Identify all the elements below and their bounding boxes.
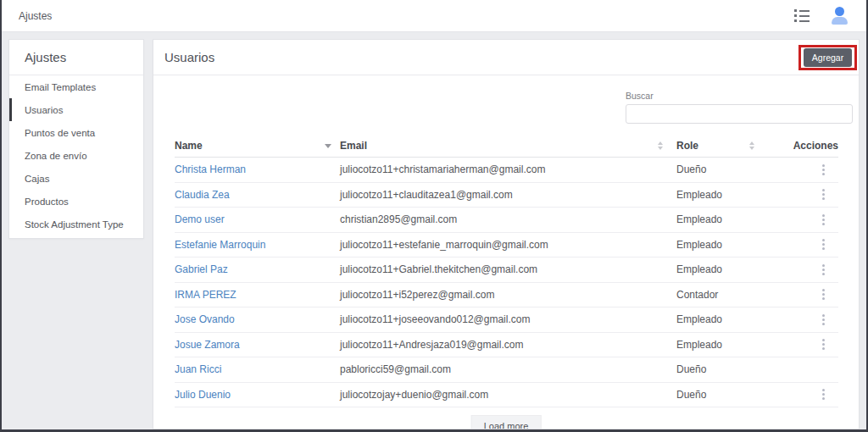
sidebar-item[interactable]: Puntos de venta: [9, 121, 143, 144]
user-email: juliocotzo11+joseeovando012@gmail.com: [340, 313, 659, 325]
sidebar-item-label: Zona de envío: [25, 151, 87, 161]
user-email: juliocotzo11+estefanie_marroquin@gmail.c…: [340, 239, 659, 251]
sidebar-item[interactable]: Stock Adjustment Type: [9, 213, 143, 235]
user-name-link[interactable]: Christa Herman: [175, 163, 340, 175]
table-row: Gabriel Paz juliocotzo11+Gabriel.thekitc…: [175, 258, 838, 283]
users-panel: Usuarios Agregar Buscar Name Email Role: [153, 39, 860, 429]
table-row: Demo user christian2895@gmail.com Emplea…: [175, 208, 838, 233]
page-title: Usuarios: [164, 50, 214, 64]
row-actions-kebab-icon[interactable]: [821, 213, 826, 227]
row-actions-cell: [751, 337, 838, 352]
user-role: Empleado: [659, 339, 751, 351]
search-label: Buscar: [626, 91, 853, 101]
table-row: Jose Ovando juliocotzo11+joseeovando012@…: [175, 307, 838, 333]
table-row: Josue Zamora juliocotzo11+Andresjaza019@…: [175, 333, 838, 358]
user-name-link[interactable]: IRMA PEREZ: [175, 289, 340, 301]
row-actions-kebab-icon[interactable]: [821, 313, 826, 327]
red-annotation-box: Agregar: [798, 45, 857, 70]
row-actions-kebab-icon[interactable]: [821, 187, 826, 202]
column-header-name[interactable]: Name: [175, 140, 340, 152]
sort-desc-icon[interactable]: [325, 144, 331, 148]
table-row: Juan Ricci pabloricci59@gmail.com Dueño: [175, 357, 838, 383]
table-header-row: Name Email Role Acciones: [175, 135, 838, 158]
row-actions-kebab-icon[interactable]: [821, 287, 826, 302]
table-row: Christa Herman juliocotzo11+christamaria…: [175, 158, 838, 183]
add-user-button[interactable]: Agregar: [804, 48, 852, 67]
user-role: Dueño: [659, 163, 751, 175]
user-role: Empleado: [659, 239, 751, 251]
user-name-link[interactable]: Gabriel Paz: [175, 263, 340, 275]
column-header-role[interactable]: Role: [659, 140, 751, 152]
table-body: Christa Herman juliocotzo11+christamaria…: [175, 158, 838, 407]
row-actions-cell: [751, 363, 838, 377]
user-email: juliocotzo11+Gabriel.thekitchen@gmail.co…: [340, 263, 659, 275]
panel-header: Usuarios Agregar: [153, 40, 859, 75]
user-avatar-icon[interactable]: [832, 7, 848, 25]
topbar: Ajustes: [2, 0, 866, 32]
user-email: juliocotzo11+christamariaherman@gmail.co…: [340, 163, 659, 175]
load-more-button[interactable]: Load more: [471, 415, 542, 429]
sidebar-item-label: Cajas: [25, 174, 49, 184]
sidebar-item[interactable]: Email Templates: [9, 75, 143, 98]
user-role: Empleado: [659, 213, 751, 225]
user-email: juliocotzojay+duenio@gmail.com: [340, 389, 659, 401]
sidebar-item-label: Puntos de venta: [25, 128, 95, 138]
user-role: Contador: [659, 289, 751, 301]
settings-sidebar: Ajustes Email Templates Usuarios Puntos …: [8, 39, 144, 239]
sidebar-item-label: Productos: [25, 197, 69, 207]
user-name-link[interactable]: Claudia Zea: [175, 189, 340, 201]
user-name-link[interactable]: Juan Ricci: [175, 363, 340, 375]
sidebar-items: Email Templates Usuarios Puntos de venta…: [9, 75, 143, 235]
row-actions-cell: [751, 387, 838, 402]
app-window: Ajustes Ajustes Email Templates Usuarios: [0, 0, 868, 432]
sidebar-item-label: Stock Adjustment Type: [25, 219, 124, 230]
list-menu-icon[interactable]: [794, 9, 810, 22]
sidebar-item-label: Usuarios: [25, 105, 63, 115]
user-name-link[interactable]: Jose Ovando: [175, 313, 340, 325]
topbar-icons: [794, 7, 848, 25]
row-actions-cell: [751, 287, 838, 302]
user-role: Empleado: [659, 263, 751, 275]
row-actions-kebab-icon[interactable]: [821, 387, 826, 402]
sidebar-heading: Ajustes: [9, 40, 143, 75]
table-row: Estefanie Marroquin juliocotzo11+estefan…: [175, 233, 838, 258]
user-name-link[interactable]: Josue Zamora: [175, 339, 340, 351]
row-actions-cell: [751, 213, 838, 227]
user-role: Dueño: [659, 389, 751, 401]
column-header-actions: Acciones: [751, 140, 838, 152]
user-email: pabloricci59@gmail.com: [340, 363, 659, 375]
user-name-link[interactable]: Estefanie Marroquin: [175, 239, 340, 251]
sidebar-item[interactable]: Productos: [9, 190, 143, 213]
row-actions-kebab-icon[interactable]: [821, 337, 826, 352]
topbar-title: Ajustes: [19, 10, 52, 22]
user-email: juliocotzo11+i52perez@gmail.com: [340, 289, 659, 301]
sidebar-item[interactable]: Zona de envío: [9, 144, 143, 167]
users-table: Name Email Role Acciones: [175, 135, 838, 407]
user-email: juliocotzo11+clauditazea1@gmail.com: [340, 189, 659, 201]
search-block: Buscar: [626, 91, 853, 124]
row-actions-cell: [751, 313, 838, 327]
row-actions-cell: [751, 263, 838, 277]
sidebar-item-label: Email Templates: [25, 82, 96, 92]
user-role: Empleado: [659, 189, 751, 201]
user-name-link[interactable]: Demo user: [175, 213, 340, 225]
row-actions-cell: [751, 187, 838, 202]
table-row: Claudia Zea juliocotzo11+clauditazea1@gm…: [175, 183, 838, 208]
row-actions-kebab-icon[interactable]: [821, 237, 826, 252]
user-role: Dueño: [659, 363, 751, 375]
row-actions-kebab-icon[interactable]: [821, 263, 826, 277]
user-email: juliocotzo11+Andresjaza019@gmail.com: [340, 339, 659, 351]
row-actions-cell: [751, 237, 838, 252]
sidebar-item[interactable]: Usuarios: [9, 98, 143, 121]
user-role: Empleado: [659, 313, 751, 325]
search-input[interactable]: [626, 104, 853, 124]
row-actions-cell: [751, 163, 838, 177]
user-name-link[interactable]: Julio Duenio: [175, 389, 340, 401]
table-row: IRMA PEREZ juliocotzo11+i52perez@gmail.c…: [175, 283, 838, 308]
row-actions-kebab-icon[interactable]: [821, 163, 826, 177]
column-header-email[interactable]: Email: [340, 140, 659, 152]
table-row: Julio Duenio juliocotzojay+duenio@gmail.…: [175, 383, 838, 408]
user-email: christian2895@gmail.com: [340, 213, 659, 225]
sidebar-item[interactable]: Cajas: [9, 167, 143, 190]
